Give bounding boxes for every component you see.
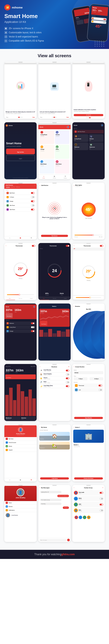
section-title: View all screens bbox=[4, 53, 105, 58]
routine-item-5[interactable]: 🌙 Good Night Sleep 10:00pm - 6:00am bbox=[38, 384, 71, 388]
header-phones: 337m Home DEVICES Home 337m bbox=[63, 2, 109, 46]
screen-create-routine[interactable]: ‹ Create Routine Name Arrive Time 7:00pm… bbox=[72, 364, 105, 421]
tab-home-3[interactable]: ⌂ bbox=[4, 479, 15, 481]
tab-home-2[interactable]: ⌂ bbox=[4, 237, 15, 239]
tab-settings[interactable]: ⚙Settings bbox=[60, 175, 71, 178]
family-toggle-2[interactable] bbox=[100, 498, 103, 500]
screens-row-7: 👤 James Murphy james@email.com ⌂ My Home… bbox=[4, 424, 105, 482]
screen-onboarding-3[interactable]: 📱 Instant notification of any device any… bbox=[72, 62, 105, 119]
message-received-1: Lighting will turn off bbox=[40, 491, 61, 493]
header-section: 📶 mihome Smart Home Application UI Kit ▣… bbox=[0, 0, 109, 49]
settings-item-home[interactable]: ⌂ My Home › bbox=[4, 437, 37, 441]
feature-item: ⬡ Vector & well organized layers bbox=[4, 35, 65, 38]
screen-routines[interactable]: ‹ Routines + ☀ Good Morning 7:00pm - 9:0… bbox=[38, 364, 71, 421]
screen-thermostat-3[interactable]: ‹ Thermostat 29° 29° bbox=[72, 243, 105, 300]
tab-devices-2[interactable]: ◉ bbox=[15, 237, 26, 239]
logo-icon: 📶 bbox=[4, 4, 11, 10]
screen-thermostat-2[interactable]: ‹ Thermostat Heating 24 bbox=[38, 243, 71, 300]
family-toggle-3[interactable] bbox=[100, 504, 103, 506]
device-toggle-lock[interactable] bbox=[98, 389, 102, 391]
routine-toggle-4[interactable] bbox=[66, 382, 69, 383]
feature-icon-3: ⬡ bbox=[4, 35, 8, 38]
screens-row-8: 👤 John Bradley ⌂ Home › ◉ Devices › bbox=[4, 485, 105, 542]
tab-settings-3[interactable]: ⚙ bbox=[26, 479, 37, 481]
screens-row-4: ‹ Thermostat 29° C bbox=[4, 243, 105, 300]
routine-toggle-5[interactable] bbox=[66, 385, 69, 387]
dots-decoration bbox=[95, 41, 105, 47]
routine-toggle-2[interactable] bbox=[66, 374, 69, 375]
tab-devices[interactable]: ◉Devices bbox=[49, 175, 60, 178]
choose-home-button[interactable]: Choose this Home bbox=[74, 477, 103, 480]
screen-onboarding-2[interactable]: 💻 Link your home by plugging and connect… bbox=[38, 62, 71, 119]
footer: Thank you for watchinggfxtra.com bbox=[0, 550, 109, 559]
routine-toggle-1[interactable] bbox=[66, 370, 69, 372]
settings-item-account[interactable]: 👤 Find & Account › bbox=[4, 441, 37, 444]
feature-item: ▣ 25+ screens for iPhone X bbox=[4, 27, 65, 30]
screen-home-dark[interactable]: Home 👤 Add new + Add New Room 💡 Living R… bbox=[72, 122, 105, 179]
message-received-3: Something bbox=[40, 502, 61, 505]
thermostat-toggle-2[interactable] bbox=[66, 245, 69, 247]
routine-item-2[interactable]: 🏠 House Keeping 9:00am - 11:00am bbox=[38, 372, 71, 376]
screen-statistics[interactable]: ‹ Statics ⋯ 337m Min lights 163m bbox=[38, 304, 71, 360]
screen-settings[interactable]: 👤 James Murphy james@email.com ⌂ My Home… bbox=[4, 424, 37, 482]
family-member-1[interactable]: 👤 Tom Lamb Owner bbox=[73, 490, 104, 496]
settings-item-support[interactable]: ? Support › bbox=[4, 448, 37, 452]
settings-item-devices[interactable]: ◉ Device › bbox=[4, 444, 37, 448]
routine-item-3[interactable]: 💪 Fitness 6:00am - 8:00am bbox=[38, 376, 71, 380]
message-received-2: For 5 minute non stop bbox=[40, 499, 61, 501]
message-sent-1: Ok, the room will turn off bbox=[57, 495, 69, 497]
screen-usage[interactable]: Aug 2019 Sep 2019 337m Min lights 163m U… bbox=[4, 364, 37, 421]
feature-icon-2: ◈ bbox=[4, 31, 8, 34]
screen-family[interactable]: ‹ Family Group + 👤 Tom Lamb Owner bbox=[72, 485, 105, 542]
screen-splash[interactable]: 📶 mihome Smart Home Control your devices… bbox=[4, 122, 37, 179]
logo-text: mihome bbox=[12, 6, 23, 9]
get-started-button[interactable]: Get Started bbox=[74, 114, 103, 116]
profile-item-1[interactable]: ⌂ Home › bbox=[4, 501, 37, 505]
family-member-3[interactable]: 👤 Jack Member bbox=[73, 502, 104, 507]
screen-main-lights[interactable]: ‹ Main lights Living Room 45° bbox=[72, 183, 105, 240]
screens-row-5: Home 👤 337m Min lights 163m Units bbox=[4, 304, 105, 360]
device-toggle-thermo[interactable] bbox=[98, 385, 102, 386]
family-toggle-4[interactable] bbox=[100, 510, 103, 511]
routine-toggle-3[interactable] bbox=[66, 378, 69, 379]
family-member-2[interactable]: 👤 Maria Member bbox=[73, 496, 104, 501]
screen-my-home[interactable]: ‹ My Home Current Selected 🏠 My Home 🏡 bbox=[38, 424, 71, 482]
phone-front: Home 337m Min lights 163m Units DEVICES bbox=[87, 4, 109, 42]
screens-row-6: Aug 2019 Sep 2019 337m Min lights 163m U… bbox=[4, 364, 105, 421]
screen-messages[interactable]: ‹ My Messages Lighting will turn off Ok,… bbox=[38, 485, 71, 542]
screen-pairing[interactable]: ‹ Add Device 🔌 Plug in your device by pl bbox=[38, 183, 71, 240]
profile-item-2[interactable]: ◉ Devices › bbox=[4, 505, 37, 508]
screen-profile[interactable]: 👤 John Bradley ⌂ Home › ◉ Devices › bbox=[4, 485, 37, 542]
save-routine-button[interactable]: Save Routine bbox=[74, 417, 103, 419]
family-member-4[interactable]: 👤 Sara Member bbox=[73, 508, 104, 513]
header-subtitle: Application UI Kit bbox=[4, 20, 65, 24]
routine-item-1[interactable]: ☀ Good Morning 7:00pm - 9:00am bbox=[38, 368, 71, 372]
add-home-button[interactable]: + Add Home bbox=[40, 477, 69, 480]
screens-row-2: 📶 mihome Smart Home Control your devices… bbox=[4, 122, 105, 179]
tab-home[interactable]: ⌂Home bbox=[38, 175, 49, 178]
profile-item-3[interactable]: 🔔 Notifications › bbox=[4, 508, 37, 512]
feature-icon-1: ▣ bbox=[4, 27, 8, 30]
routine-item-4[interactable]: 🎵 Relax 3:00pm - 5:00pm bbox=[38, 380, 71, 384]
message-sent-2: Tomorrow bbox=[63, 506, 69, 509]
screen-rooms-list[interactable]: Add Rooms + Kitchen Bad Room Bathroom Ki… bbox=[4, 183, 37, 240]
send-button[interactable]: › bbox=[67, 539, 70, 541]
feature-item: ◈ Customizable layout, text & colors bbox=[4, 31, 65, 34]
pair-button[interactable]: Pair Device bbox=[41, 235, 68, 237]
feature-icon-4: ◇ bbox=[4, 40, 8, 42]
header-title: Smart Home bbox=[4, 13, 65, 19]
thermostat-toggle-3[interactable] bbox=[100, 245, 103, 247]
family-toggle-1[interactable] bbox=[100, 492, 103, 494]
main-content: View all screens 📊 bbox=[0, 49, 109, 550]
thermostat-toggle-1[interactable] bbox=[32, 245, 35, 247]
screen-onboarding-1[interactable]: 📊 Manage your home by simply plug any co… bbox=[4, 62, 37, 119]
screen-home-stats[interactable]: Home 👤 337m Min lights 163m Units bbox=[4, 304, 37, 360]
tab-devices-3[interactable]: ◉ bbox=[15, 479, 26, 481]
screen-thermostat-1[interactable]: ‹ Thermostat 29° C bbox=[4, 243, 37, 300]
screen-home-2-detail[interactable]: ‹ Home 1 🏢 Home 1 456 New Street 12876 F… bbox=[72, 424, 105, 482]
tab-settings-2[interactable]: ⚙ bbox=[26, 237, 37, 239]
features-list: ▣ 25+ screens for iPhone X ◈ Customizabl… bbox=[4, 27, 65, 42]
screen-schedule[interactable]: ‹ Routine ‹ May 2019 › SMTWTFS 12345 678… bbox=[72, 304, 105, 360]
feature-item: ◇ Compatible with Sketch,XD & Figma bbox=[4, 40, 65, 42]
screen-home-dashboard[interactable]: Home 👤 ⌂ Living Room 4 devices 🔪 Kitchen bbox=[38, 122, 71, 179]
